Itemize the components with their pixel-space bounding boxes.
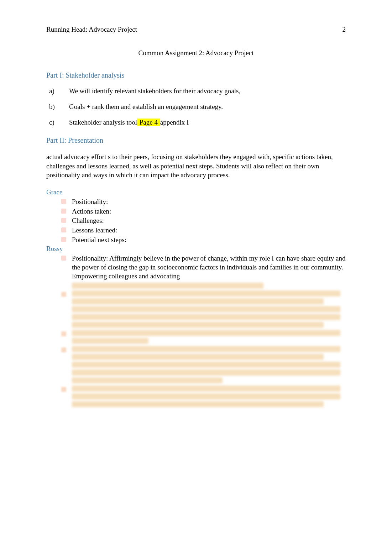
- list-item-text: Positionality: Affirmingly believe in th…: [72, 255, 345, 279]
- running-head: Running Head: Advocacy Project 2: [46, 26, 346, 33]
- blurred-line: [72, 385, 340, 392]
- list-item-text-after: appendix I: [160, 119, 189, 126]
- list-item: Potential next steps:: [72, 236, 346, 245]
- list-item: a)We will identify relevant stakeholders…: [59, 87, 346, 95]
- list-item-text-before: Stakeholder analysis tool: [69, 119, 137, 126]
- list-item: Positionality:: [72, 198, 346, 206]
- list-item: c)Stakeholder analysis tool Page 4 appen…: [59, 119, 346, 126]
- part-two-paragraph: actual advocacy effort s to their peers,…: [46, 152, 346, 180]
- blurred-line: [72, 401, 324, 407]
- blurred-line: [72, 290, 340, 297]
- blurred-line: [72, 377, 223, 383]
- blurred-line: [72, 298, 324, 304]
- list-item-text: Potential next steps:: [72, 236, 126, 243]
- list-item-text: Positionality:: [72, 198, 108, 205]
- blurred-line: [72, 393, 340, 399]
- list-item: Challenges:: [72, 216, 346, 225]
- page-number: 2: [343, 26, 346, 33]
- blurred-line: [72, 322, 324, 328]
- blurred-line: [72, 283, 263, 289]
- blurred-line: [72, 338, 148, 344]
- blurred-line: [72, 314, 340, 320]
- list-item: Actions taken:: [72, 207, 346, 216]
- list-item-text: We will identify relevant stakeholders f…: [69, 87, 240, 95]
- list-item-text: Goals + rank them and establish an engag…: [69, 103, 223, 110]
- running-head-text: Running Head: Advocacy Project: [46, 26, 137, 33]
- part-two-heading: Part II: Presentation: [46, 136, 346, 145]
- part-one-heading: Part I: Stakeholder analysis: [46, 71, 346, 79]
- blurred-bullet: [72, 330, 346, 344]
- grace-heading: Grace: [46, 188, 346, 196]
- rossy-heading: Rossy: [46, 245, 346, 253]
- list-item-text: Lessons learned:: [72, 226, 117, 234]
- blurred-bullet: [72, 385, 346, 407]
- list-item: b)Goals + rank them and establish an eng…: [59, 103, 346, 111]
- blurred-content: [46, 283, 346, 407]
- list-marker: b): [59, 103, 69, 111]
- blurred-line: [72, 354, 324, 360]
- blurred-line: [72, 306, 340, 312]
- rossy-list: Positionality: Affirmingly believe in th…: [46, 254, 346, 280]
- part-one-list: a)We will identify relevant stakeholders…: [46, 87, 346, 126]
- blurred-line: [72, 346, 340, 352]
- document-page: Running Head: Advocacy Project 2 Common …: [0, 0, 392, 431]
- blurred-bullet: [72, 346, 346, 383]
- list-item-text: Actions taken:: [72, 208, 111, 215]
- list-item: Lessons learned:: [72, 226, 346, 235]
- blurred-line: [72, 330, 340, 336]
- highlighted-text: Page 4: [137, 119, 160, 126]
- list-marker: c): [59, 119, 69, 126]
- list-marker: a): [59, 87, 69, 95]
- list-item: Positionality: Affirmingly believe in th…: [72, 254, 346, 280]
- list-item-text: Challenges:: [72, 217, 104, 224]
- document-title: Common Assignment 2: Advocacy Project: [46, 49, 346, 57]
- grace-list: Positionality: Actions taken: Challenges…: [46, 198, 346, 244]
- blurred-line: [72, 362, 340, 368]
- blurred-line: [72, 369, 340, 376]
- blurred-bullet: [72, 290, 346, 328]
